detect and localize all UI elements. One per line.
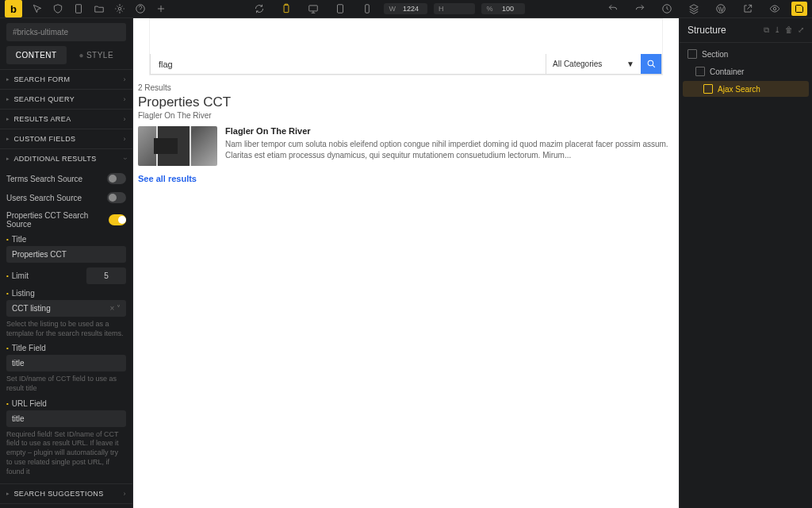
toggle-terms[interactable] <box>107 173 126 184</box>
search-input[interactable] <box>151 54 546 74</box>
toggle-terms-label: Terms Search Source <box>6 175 82 183</box>
breadcrumb-input[interactable] <box>6 23 126 41</box>
section-notifications[interactable]: ▸NOTIFICATIONS› <box>0 504 132 508</box>
result-thumbnail <box>138 126 217 166</box>
url-field-help: Required field! Set ID/name of CCT field… <box>6 429 126 477</box>
panel-tabs: CONTENT ●STYLE <box>0 46 132 64</box>
result-title: Flagler On The River <box>225 126 674 136</box>
title-field-help: Set ID/name of CCT field to use as resul… <box>6 374 126 394</box>
download-icon[interactable]: ⤓ <box>774 25 780 35</box>
section-results-area[interactable]: ▸RESULTS AREA› <box>0 110 132 129</box>
title-field-input[interactable] <box>6 355 126 371</box>
title-input[interactable] <box>6 246 126 263</box>
left-panel: CONTENT ●STYLE ▸SEARCH FORM› ▸SEARCH QUE… <box>0 18 133 508</box>
listing-label: Listing <box>6 289 126 298</box>
tree-section[interactable]: Section <box>683 46 809 62</box>
toggle-users[interactable] <box>107 192 126 203</box>
zoom-input[interactable] <box>496 5 520 13</box>
topbar: b W H % <box>0 0 812 18</box>
right-panel: Structure ⧉ ⤓ 🗑 ⤢ Section Container Ajax… <box>679 18 812 508</box>
toggle-users-label: Users Search Source <box>6 194 82 202</box>
tablet-icon[interactable] <box>334 2 347 15</box>
layers-icon[interactable] <box>688 2 700 15</box>
height-box[interactable]: H <box>434 3 476 14</box>
result-desc: Nam liber tempor cum soluta nobis eleife… <box>225 139 674 161</box>
eye-icon[interactable] <box>768 2 781 15</box>
toggle-properties-label: Properties CCT Search Source <box>6 211 109 229</box>
shield-icon[interactable] <box>52 2 64 15</box>
url-field-input[interactable] <box>6 410 126 427</box>
gear-icon[interactable] <box>113 2 126 15</box>
canvas: All Categories▼ 2 Results Properties CCT… <box>133 18 679 508</box>
topbar-left: b <box>5 0 171 17</box>
page-icon[interactable] <box>72 2 85 15</box>
topbar-right <box>603 2 807 16</box>
svg-rect-0 <box>76 5 82 13</box>
redo-icon[interactable] <box>634 2 646 15</box>
results-panel: 2 Results Properties CCT Flagler On The … <box>133 75 679 191</box>
expand-icon[interactable]: ⤢ <box>798 25 804 35</box>
svg-point-9 <box>773 7 776 10</box>
cursor-icon[interactable] <box>31 2 44 15</box>
section-search-suggestions[interactable]: ▸SEARCH SUGGESTIONS› <box>0 484 132 503</box>
results-category-title: Properties CCT <box>138 94 674 110</box>
tree-ajax-search[interactable]: Ajax Search <box>683 81 809 97</box>
external-icon[interactable] <box>741 2 754 15</box>
width-box[interactable]: W <box>384 3 427 14</box>
svg-rect-3 <box>285 5 289 12</box>
svg-point-10 <box>648 60 653 66</box>
listing-select[interactable]: CCT listing× ˅ <box>6 300 126 317</box>
copy-icon[interactable]: ⧉ <box>764 25 769 35</box>
search-bar: All Categories▼ <box>150 54 662 75</box>
section-search-query[interactable]: ▸SEARCH QUERY› <box>0 90 132 109</box>
topbar-center: W H % <box>171 2 603 15</box>
undo-icon[interactable] <box>607 2 619 15</box>
limit-input[interactable] <box>86 267 126 284</box>
tab-style[interactable]: ●STYLE <box>67 46 127 64</box>
tab-content[interactable]: CONTENT <box>6 46 67 64</box>
title-field-label: Title Field <box>6 344 126 352</box>
title-label: Title <box>6 235 126 244</box>
section-custom-fields[interactable]: ▸CUSTOM FIELDS› <box>0 129 132 148</box>
svg-rect-6 <box>366 5 370 13</box>
svg-rect-4 <box>309 6 318 11</box>
results-count: 2 Results <box>138 83 674 92</box>
folder-icon[interactable] <box>93 2 105 15</box>
listing-help: Select the listing to be used as a templ… <box>6 319 126 339</box>
tree-container[interactable]: Container <box>683 64 809 79</box>
structure-header: Structure ⧉ ⤓ 🗑 ⤢ <box>680 18 812 43</box>
desktop-icon[interactable] <box>307 2 320 15</box>
trash-icon[interactable]: 🗑 <box>785 25 793 35</box>
search-button[interactable] <box>641 54 661 74</box>
logo[interactable]: b <box>5 0 22 17</box>
see-all-link[interactable]: See all results <box>138 172 674 183</box>
plus-icon[interactable] <box>155 2 167 15</box>
result-item[interactable]: Flagler On The River Nam liber tempor cu… <box>138 126 674 166</box>
svg-rect-5 <box>338 5 343 13</box>
category-select[interactable]: All Categories▼ <box>546 54 641 74</box>
width-input[interactable] <box>399 5 423 13</box>
limit-label: Limit <box>6 271 29 280</box>
clipboard-icon[interactable] <box>280 2 293 15</box>
toggle-properties[interactable] <box>109 214 126 225</box>
svg-point-1 <box>118 7 121 10</box>
save-button[interactable] <box>791 2 807 16</box>
height-input[interactable] <box>446 5 470 13</box>
section-search-form[interactable]: ▸SEARCH FORM› <box>0 70 132 89</box>
help-icon[interactable] <box>134 2 147 15</box>
structure-tree: Section Container Ajax Search <box>680 43 812 100</box>
canvas-placeholder: All Categories▼ <box>149 18 663 75</box>
mobile-icon[interactable] <box>361 2 373 15</box>
refresh-icon[interactable] <box>253 2 266 15</box>
history-icon[interactable] <box>661 2 673 15</box>
section-additional-results[interactable]: ▸ADDITIONAL RESULTS› <box>0 149 132 168</box>
url-field-label: URL Field <box>6 399 126 408</box>
results-category-sub: Flagler On The River <box>138 111 674 120</box>
zoom-box[interactable]: % <box>481 3 524 14</box>
wordpress-icon[interactable] <box>714 2 727 15</box>
